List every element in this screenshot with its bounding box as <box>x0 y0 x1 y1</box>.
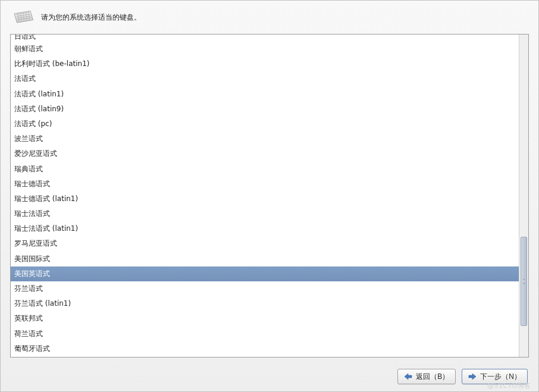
list-item[interactable]: 芬兰语式 <box>11 281 519 296</box>
list-item[interactable]: 日语式 <box>11 35 519 42</box>
list-item-label: 芬兰语式 <box>14 284 43 293</box>
list-item-label: 爱沙尼亚语式 <box>14 149 57 158</box>
list-item-label: 法语式 (latin1) <box>14 90 64 98</box>
list-item[interactable]: 瑞士法语式 <box>11 206 519 221</box>
list-item[interactable]: 美国英语式 <box>11 266 519 281</box>
list-item-label: 美国国际式 <box>14 255 50 263</box>
list-item-label: 法语式 <box>14 74 36 83</box>
keyboard-list[interactable]: 日语式朝鲜语式比利时语式 (be-latin1)法语式法语式 (latin1)法… <box>11 35 519 357</box>
list-item[interactable]: 葡萄牙语式 <box>11 341 519 356</box>
installer-window: 请为您的系统选择适当的键盘。 日语式朝鲜语式比利时语式 (be-latin1)法… <box>0 0 539 392</box>
back-button-label: 返回（B） <box>416 372 449 382</box>
list-item[interactable]: 芬兰语式 (latin1) <box>11 296 519 311</box>
list-item[interactable]: 美国国际式 <box>11 252 519 266</box>
list-item[interactable]: 法语式 (latin1) <box>11 87 519 102</box>
list-item-label: 葡萄牙语式 <box>14 344 50 353</box>
list-item-label: 瑞士德语式 <box>14 180 50 188</box>
back-button[interactable]: 返回（B） <box>397 369 456 384</box>
list-item-label: 美国英语式 <box>14 269 50 278</box>
list-item[interactable]: 英联邦式 <box>11 311 519 326</box>
scroll-thumb[interactable] <box>521 237 527 326</box>
list-item-label: 波兰语式 <box>14 134 43 143</box>
list-item-label: 朝鲜语式 <box>14 45 43 53</box>
next-button[interactable]: 下一步（N） <box>462 369 528 384</box>
arrow-right-icon <box>468 373 477 380</box>
list-item[interactable]: 荷兰语式 <box>11 327 519 341</box>
list-item[interactable]: 瑞士法语式 (latin1) <box>11 221 519 236</box>
list-item-label: 罗马尼亚语式 <box>14 239 57 247</box>
list-item-label: 法语式 (latin9) <box>14 105 64 113</box>
list-item[interactable]: 瑞士德语式 <box>11 177 519 192</box>
list-item[interactable]: 法语式 (pc) <box>11 117 519 131</box>
list-item[interactable]: 比利时语式 (be-latin1) <box>11 57 519 71</box>
arrow-left-icon <box>404 373 412 380</box>
button-bar: 返回（B） 下一步（N） <box>397 369 528 384</box>
list-item[interactable]: 罗马尼亚语式 <box>11 236 519 251</box>
list-item[interactable]: 西班牙语式 <box>11 356 519 357</box>
list-item[interactable]: 爱沙尼亚语式 <box>11 146 519 161</box>
list-item-label: 芬兰语式 (latin1) <box>14 299 71 308</box>
list-item[interactable]: 朝鲜语式 <box>11 42 519 57</box>
list-item[interactable]: 瑞士德语式 (latin1) <box>11 192 519 206</box>
list-item[interactable]: 瑞典语式 <box>11 162 519 177</box>
list-item-label: 荷兰语式 <box>14 330 43 338</box>
list-item[interactable]: 法语式 <box>11 71 519 86</box>
list-item-label: 法语式 (pc) <box>14 120 52 128</box>
list-item-label: 比利时语式 (be-latin1) <box>14 59 89 68</box>
list-item-label: 日语式 <box>14 35 36 40</box>
list-item-label: 瑞士法语式 (latin1) <box>14 224 78 233</box>
keyboard-list-container: 日语式朝鲜语式比利时语式 (be-latin1)法语式法语式 (latin1)法… <box>10 34 529 357</box>
scrollbar[interactable] <box>519 35 528 357</box>
header: 请为您的系统选择适当的键盘。 <box>1 1 538 32</box>
list-item-label: 英联邦式 <box>14 314 43 322</box>
keyboard-icon <box>12 9 34 26</box>
list-item[interactable]: 法语式 (latin9) <box>11 102 519 117</box>
list-item-label: 瑞典语式 <box>14 165 43 173</box>
header-prompt: 请为您的系统选择适当的键盘。 <box>41 12 141 23</box>
list-item-label: 瑞士法语式 <box>14 209 50 218</box>
list-item[interactable]: 波兰语式 <box>11 131 519 146</box>
list-item-label: 瑞士德语式 (latin1) <box>14 195 78 203</box>
next-button-label: 下一步（N） <box>480 372 521 382</box>
